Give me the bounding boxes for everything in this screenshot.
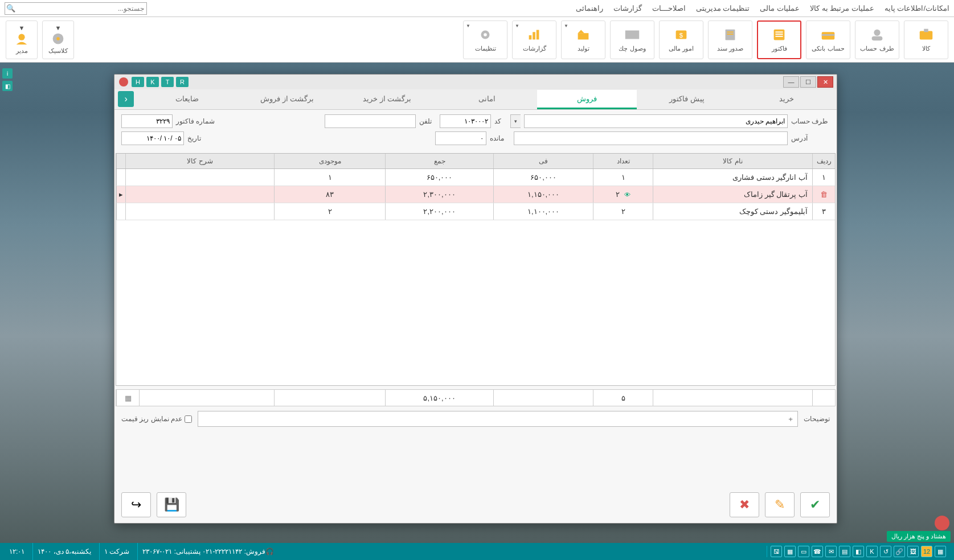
cell-desc[interactable] xyxy=(125,169,274,186)
tool-user[interactable]: ▼مدیر xyxy=(6,20,38,59)
exit-button[interactable]: ↪ xyxy=(121,492,151,517)
edit-grid-icon[interactable]: ▦ xyxy=(116,390,139,406)
row-handle[interactable] xyxy=(116,203,125,220)
side-info-icon[interactable]: i xyxy=(2,68,13,79)
status-icon-3[interactable]: 🖼 xyxy=(907,546,919,557)
menu-base[interactable]: امکانات/اطلاعات پایه xyxy=(885,4,949,13)
tool-classic[interactable]: ▼کلاسیک xyxy=(42,20,74,59)
row-handle[interactable]: ▸ xyxy=(116,186,125,203)
cell-qty[interactable]: ۲ xyxy=(593,203,653,220)
status-icon-5[interactable]: ↺ xyxy=(880,546,891,557)
svg-point-2 xyxy=(874,30,880,36)
minimize-button[interactable]: — xyxy=(783,76,799,88)
tab-sale[interactable]: فروش xyxy=(537,90,637,109)
cell-desc[interactable] xyxy=(125,203,274,220)
cell-name[interactable]: آبلیموگیر دستی کوچک xyxy=(653,203,812,220)
maximize-button[interactable]: ☐ xyxy=(800,76,816,88)
tool-production[interactable]: ▼تولید xyxy=(561,20,605,59)
tab-trust[interactable]: امانی xyxy=(437,90,537,109)
tool-doc[interactable]: صدور سند xyxy=(708,20,752,59)
status-icon-11[interactable]: ▭ xyxy=(798,546,809,557)
tool-cheque[interactable]: وصول چك xyxy=(610,20,654,59)
account-dropdown[interactable]: ▾ xyxy=(510,114,521,128)
confirm-button[interactable]: ✔ xyxy=(800,492,830,517)
hide-price-check[interactable]: عدم نمایش ریز قیمت xyxy=(121,415,192,423)
search-icon[interactable]: 🔍 xyxy=(5,4,17,13)
cell-name[interactable]: آب انارگیر دستی فشاری xyxy=(653,169,812,186)
status-icon-6[interactable]: K xyxy=(866,546,878,557)
tab-waste[interactable]: ضایعات xyxy=(137,90,237,109)
table-row[interactable]: ۱آب انارگیر دستی فشاری۱۶۵۰,۰۰۰۶۵۰,۰۰۰۱ xyxy=(116,169,835,186)
comment-input[interactable] xyxy=(198,411,798,427)
hotkey-r[interactable]: R xyxy=(176,77,189,87)
chevron-down-icon: ▼ xyxy=(564,23,568,28)
address-input[interactable] xyxy=(514,131,788,145)
tab-nav-prev[interactable]: ‹ xyxy=(118,91,134,107)
menu-help[interactable]: راهنمائی xyxy=(576,4,603,13)
side-user-icon[interactable]: ◧ xyxy=(2,81,13,91)
cell-name[interactable]: آب پرتقال گیر زاماک xyxy=(653,186,812,203)
code-input[interactable] xyxy=(440,114,491,128)
invno-input[interactable] xyxy=(121,114,173,128)
cell-qty[interactable]: ۱ xyxy=(593,169,653,186)
col-row: ردیف xyxy=(812,154,835,168)
status-icon-10[interactable]: ☎ xyxy=(812,546,823,557)
tab-return-sale[interactable]: برگشت از فروش xyxy=(237,90,337,109)
tool-reports[interactable]: ▼گزارشات xyxy=(512,20,556,59)
status-icon-1[interactable]: ▦ xyxy=(935,546,946,557)
comment-row: توضیحات عدم نمایش ریز قیمت xyxy=(114,406,837,431)
tab-proforma[interactable]: پیش فاکتور xyxy=(637,90,736,109)
status-icon-9[interactable]: ✉ xyxy=(825,546,837,557)
cell-price[interactable]: ۱,۱۰۰,۰۰۰ xyxy=(493,203,593,220)
hide-price-checkbox[interactable] xyxy=(185,415,192,423)
cell-desc[interactable] xyxy=(125,186,274,203)
balance-label: مانده xyxy=(490,134,510,142)
status-icon-7[interactable]: ◧ xyxy=(853,546,864,557)
tool-account[interactable]: طرف حساب xyxy=(855,20,899,59)
save-button[interactable]: 💾 xyxy=(157,492,186,517)
status-icon-4[interactable]: 🔗 xyxy=(894,546,905,557)
tool-bank[interactable]: حساب بانکی xyxy=(806,20,850,59)
tab-return-buy[interactable]: برگشت از خرید xyxy=(337,90,437,109)
code-label: کد xyxy=(494,117,507,125)
account-input[interactable] xyxy=(524,114,788,128)
address-label: آدرس xyxy=(791,134,830,142)
cancel-button[interactable]: ✖ xyxy=(730,492,759,517)
search-box: 🔍 xyxy=(5,2,147,15)
eye-icon[interactable]: 👁 xyxy=(624,191,630,198)
tool-finance-ops[interactable]: $امور مالی xyxy=(659,20,703,59)
edit-button[interactable]: ✎ xyxy=(765,492,795,517)
close-button[interactable]: ✕ xyxy=(817,76,833,88)
currency-note: هشتاد و پنج هزار ریال xyxy=(887,531,951,542)
status-icon-8[interactable]: ▤ xyxy=(839,546,850,557)
search-input[interactable] xyxy=(17,5,146,13)
cell-price[interactable]: ۱,۱۵۰,۰۰۰ xyxy=(493,186,593,203)
menu-finance[interactable]: عملیات مالی xyxy=(760,4,800,13)
tool-invoice[interactable]: فاکتور xyxy=(757,20,801,59)
menu-corrections[interactable]: اصلاحـــات xyxy=(652,4,686,13)
phone-input[interactable] xyxy=(325,114,416,128)
menu-goods[interactable]: عملیات مرتبط به کالا xyxy=(810,4,874,13)
tab-buy[interactable]: خرید xyxy=(737,90,837,109)
hotkey-t[interactable]: T xyxy=(161,77,174,87)
menu-reports[interactable]: گزارشات xyxy=(613,4,642,13)
svg-rect-16 xyxy=(626,31,639,38)
status-icon-13[interactable]: 🖫 xyxy=(771,546,782,557)
svg-rect-1 xyxy=(924,29,928,32)
balance-input[interactable] xyxy=(435,131,486,145)
invoice-window: H K T R — ☐ ✕ خرید پیش فاکتور فروش امانی… xyxy=(114,74,837,524)
table-row[interactable]: 🗑آب پرتقال گیر زاماک👁 ۲۱,۱۵۰,۰۰۰۲,۳۰۰,۰۰… xyxy=(116,186,835,203)
status-icon-12[interactable]: ▦ xyxy=(784,546,796,557)
cell-qty[interactable]: 👁 ۲ xyxy=(593,186,653,203)
status-icon-2[interactable]: 12 xyxy=(921,546,932,557)
tool-settings[interactable]: ▼تنظیمات xyxy=(463,20,507,59)
table-row[interactable]: ۳آبلیموگیر دستی کوچک۲۱,۱۰۰,۰۰۰۲,۲۰۰,۰۰۰۲ xyxy=(116,203,835,220)
tool-goods[interactable]: کالا xyxy=(904,20,948,59)
hotkey-k[interactable]: K xyxy=(146,77,159,87)
delete-row-icon[interactable]: 🗑 xyxy=(820,190,828,199)
menu-mgmt[interactable]: تنظیمات مدیریتی xyxy=(696,4,750,13)
cell-price[interactable]: ۶۵۰,۰۰۰ xyxy=(493,169,593,186)
row-handle[interactable] xyxy=(116,169,125,186)
date-input[interactable] xyxy=(121,131,184,145)
hotkey-h[interactable]: H xyxy=(132,77,144,87)
